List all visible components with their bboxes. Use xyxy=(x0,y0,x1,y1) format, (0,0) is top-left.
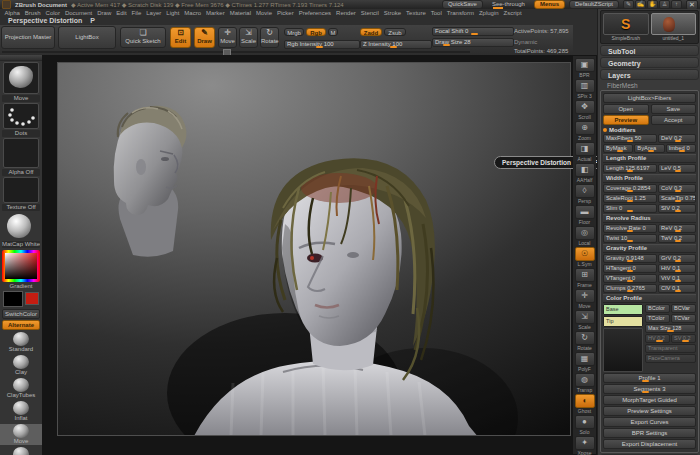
brush-list-item[interactable]: Move Topological xyxy=(0,447,42,455)
fiber-subsection-header[interactable]: Width Profile xyxy=(603,174,696,183)
fiber-subsection-header[interactable]: Revolve Radius xyxy=(603,214,696,223)
fiber-variance-slider[interactable]: ReV 0.2 xyxy=(658,224,696,233)
texture-slot[interactable]: Texture Off xyxy=(2,177,40,211)
fiber-panel-button[interactable]: Export Displacement xyxy=(603,439,696,449)
fiber-slider[interactable]: MaxFibers 50 xyxy=(603,134,657,143)
gradient-label[interactable]: Gradient xyxy=(0,282,42,290)
switch-color-button[interactable]: SwitchColor xyxy=(2,309,40,319)
right-shelf-button[interactable]: ◧ AAHalf xyxy=(574,163,595,183)
fiber-profile-preview[interactable] xyxy=(603,328,643,372)
right-shelf-button[interactable]: ☉ L.Sym xyxy=(574,247,595,267)
edit-button[interactable]: ⊡ Edit xyxy=(170,27,191,48)
modifiers-header[interactable]: Modifiers xyxy=(603,126,696,133)
right-shelf-button[interactable]: ✥ Scroll xyxy=(574,100,595,120)
fiber-variance-slider[interactable]: ScaleTip 0.75 xyxy=(658,194,696,203)
menu-item[interactable]: File xyxy=(129,10,144,16)
transparent-toggle[interactable]: Transparent xyxy=(645,344,696,353)
right-shelf-button[interactable]: ✦ Xpose xyxy=(574,436,595,455)
z-intensity-slider[interactable]: Z Intensity 100 xyxy=(360,40,432,49)
fiber-variance-slider[interactable]: LeV 0.5 xyxy=(658,164,696,173)
brush-list-item[interactable]: Clay xyxy=(0,355,42,376)
menu-item[interactable]: Material xyxy=(227,10,253,16)
quicksave-button[interactable]: QuickSave xyxy=(442,0,483,9)
menus-toggle[interactable]: Menus xyxy=(534,0,565,9)
palette-section[interactable]: Geometry xyxy=(600,57,699,68)
stroke-slot[interactable]: Dots xyxy=(2,103,40,137)
dynamic-label[interactable]: Dynamic xyxy=(514,39,537,45)
lightbox-button[interactable]: LightBox xyxy=(58,26,116,49)
menu-item[interactable]: Marker xyxy=(203,10,227,16)
fiber-slider[interactable]: Clumps 0.2765 xyxy=(603,284,657,293)
zadd-button[interactable]: Zadd xyxy=(360,28,382,36)
titlebar-icon[interactable]: ✎ xyxy=(623,0,634,9)
menu-item[interactable]: Draw xyxy=(95,10,114,16)
fiber-slider[interactable]: HTangent 0 xyxy=(603,264,657,273)
secondary-color-swatch[interactable] xyxy=(25,292,39,305)
fiber-variance-slider[interactable]: CoV 0.3 xyxy=(658,184,696,193)
base-color-swatch[interactable]: Base xyxy=(603,304,643,315)
right-shelf-button[interactable]: ◖ Ghost xyxy=(574,394,595,414)
tcolor-button[interactable]: TColor xyxy=(645,314,670,323)
fiber-slider[interactable]: Twist 10 xyxy=(603,234,657,243)
fiber-variance-slider[interactable]: SlV 0.2 xyxy=(658,204,696,213)
menu-item[interactable]: Layer xyxy=(144,10,164,16)
fiber-panel-button[interactable]: Segments 3 xyxy=(603,384,696,394)
see-through-slider[interactable]: See-through xyxy=(487,1,530,8)
fiber-subsection-header[interactable]: Gravity Profile xyxy=(603,244,696,253)
hue-variation-slider[interactable]: HV 0.2 xyxy=(645,334,670,343)
rotate-button[interactable]: ↻ Rotate xyxy=(260,27,279,48)
menu-item[interactable]: Zscript xyxy=(501,10,524,16)
bcvar-button[interactable]: BCVar xyxy=(671,304,696,313)
current-brush-slot[interactable]: Move xyxy=(2,62,40,102)
mrgb-button[interactable]: Mrgb xyxy=(284,28,304,36)
fiber-panel-button[interactable]: BPR Settings xyxy=(603,428,696,438)
menu-item[interactable]: Brush xyxy=(22,10,43,16)
right-shelf-button[interactable]: ● Solo xyxy=(574,415,595,435)
right-shelf-button[interactable]: ⊕ Zoom xyxy=(574,121,595,141)
material-slot[interactable]: MatCap White xyxy=(2,212,40,248)
m-button[interactable]: M xyxy=(328,28,338,36)
menu-item[interactable]: Preferences xyxy=(296,10,333,16)
titlebar-icon[interactable]: ✋ xyxy=(647,0,658,9)
fiber-save-button[interactable]: Save xyxy=(651,104,697,114)
fiber-panel-button[interactable]: Export Curves xyxy=(603,417,696,427)
color-picker-sv-square[interactable] xyxy=(5,253,37,279)
left-tray-header[interactable] xyxy=(0,55,42,61)
projection-master-button[interactable]: Projection Master xyxy=(1,26,55,49)
lightbox-fibers-button[interactable]: LightBox>Fibers xyxy=(603,93,696,103)
rgb-button[interactable]: Rgb xyxy=(306,28,326,36)
right-shelf-button[interactable]: ◎ Local xyxy=(574,226,595,246)
fiber-slider[interactable]: Revolve Rate 0 xyxy=(603,224,657,233)
saturation-variation-slider[interactable]: SV 0.2 xyxy=(671,334,696,343)
menu-item[interactable]: Tool xyxy=(428,10,444,16)
fiber-variance-slider[interactable]: HtV 0.1 xyxy=(658,264,696,273)
max-size-slider[interactable]: Max Size 128 xyxy=(645,324,696,333)
fiber-variance-slider[interactable]: VtV 0.1 xyxy=(658,274,696,283)
fiber-slider[interactable]: ScaleRoot 1.25 xyxy=(603,194,657,203)
fiber-variance-slider[interactable]: GrV 0.2 xyxy=(658,254,696,263)
brush-list-item[interactable]: ClayTubes xyxy=(0,378,42,399)
right-shelf-button[interactable]: ✛ Move xyxy=(574,289,595,309)
main-color-swatch[interactable] xyxy=(3,291,23,307)
right-shelf-button[interactable]: ◨ Actual xyxy=(574,142,595,162)
brush-list-item[interactable]: Inflat xyxy=(0,401,42,422)
menu-item[interactable]: Color xyxy=(43,10,62,16)
fiber-panel-button[interactable]: Preview Settings xyxy=(603,406,696,416)
menu-item[interactable]: Document xyxy=(62,10,94,16)
titlebar-icon[interactable]: ↑ xyxy=(671,0,682,9)
fiber-panel-button[interactable]: MorphTarget Guided xyxy=(603,395,696,405)
document-viewport[interactable]: Perspective Distortion P xyxy=(57,62,571,436)
menu-item[interactable]: Texture xyxy=(404,10,429,16)
fiber-slider[interactable]: ByArea xyxy=(634,144,664,153)
alternate-button[interactable]: Alternate xyxy=(2,320,40,330)
palette-section[interactable]: SubTool xyxy=(600,45,699,56)
fiber-panel-button[interactable]: Profile 1 xyxy=(603,373,696,383)
menu-item[interactable]: Transform xyxy=(444,10,476,16)
right-shelf-button[interactable]: ◊ Persp xyxy=(574,184,595,204)
right-shelf-button[interactable]: ▬ Floor xyxy=(574,205,595,225)
right-shelf-button[interactable]: ▥ SPix 3 xyxy=(574,79,595,99)
menu-item[interactable]: Macro xyxy=(182,10,204,16)
titlebar-icon[interactable]: ♙ xyxy=(659,0,670,9)
fiber-slider[interactable]: Slim 0 xyxy=(603,204,657,213)
menu-item[interactable]: Movie xyxy=(254,10,275,16)
